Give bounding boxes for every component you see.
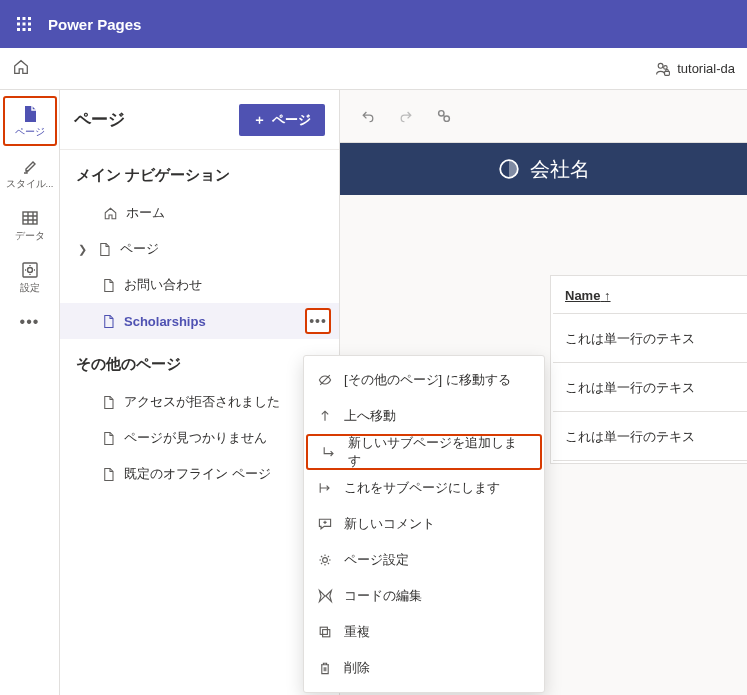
table-row[interactable]: これは単一行のテキス [553,316,747,363]
arrow-up-icon [316,408,334,424]
panel-title: ページ [74,108,125,131]
ctx-new-comment[interactable]: 新しいコメント [304,506,544,542]
rail-settings[interactable]: 設定 [3,252,57,302]
svg-rect-1 [23,17,26,20]
page-icon [100,278,116,293]
page-icon [100,467,116,482]
svg-rect-5 [28,23,31,26]
svg-point-10 [664,65,668,69]
left-rail: ページ スタイル... データ 設定 ••• [0,90,60,695]
subpage-add-icon [320,444,338,460]
section-main-nav: メイン ナビゲーション [60,150,339,195]
duplicate-icon [316,624,334,640]
preview-header: 会社名 [340,143,747,195]
svg-rect-20 [323,630,330,637]
add-page-button[interactable]: ＋ ページ [239,104,325,136]
svg-rect-8 [28,28,31,31]
ctx-edit-code[interactable]: コードの編集 [304,578,544,614]
rail-more[interactable]: ••• [3,304,57,340]
logo-icon [498,158,520,180]
ctx-duplicate[interactable]: 重複 [304,614,544,650]
plus-icon: ＋ [253,111,266,129]
column-name[interactable]: Name ↑ [553,278,747,314]
chevron-right-icon: ❯ [76,243,88,256]
tree-home[interactable]: ホーム [60,195,339,231]
trash-icon [316,660,334,676]
ctx-add-subpage[interactable]: 新しいサブページを追加します [306,434,542,470]
page-icon [100,431,116,446]
ctx-move-other[interactable]: [その他のページ] に移動する [304,362,544,398]
rail-styles[interactable]: スタイル... [3,148,57,198]
sort-up-icon: ↑ [604,288,611,303]
page-context-menu: [その他のページ] に移動する 上へ移動 新しいサブページを追加します これをサ… [303,355,545,693]
environment-picker[interactable]: tutorial-da [655,61,735,77]
code-icon [316,588,334,604]
svg-point-9 [658,63,663,68]
comment-icon [316,516,334,532]
brand-title: Power Pages [48,16,141,33]
app-launcher[interactable] [8,8,40,40]
svg-rect-19 [320,627,327,634]
ctx-make-subpage[interactable]: これをサブページにします [304,470,544,506]
page-icon [96,242,112,257]
svg-point-18 [323,558,328,563]
section-other-pages: その他のページ [60,339,339,384]
eye-off-icon [316,372,334,388]
environment-label: tutorial-da [677,61,735,76]
home-icon [102,206,118,221]
tree-contact[interactable]: お問い合わせ [60,267,339,303]
link-button[interactable] [434,106,454,126]
table-row[interactable]: これは単一行のテキス [553,365,747,412]
tree-not-found[interactable]: ページが見つかりません [60,420,339,456]
svg-rect-7 [23,28,26,31]
pages-panel: ページ ＋ ページ メイン ナビゲーション ホーム ❯ ページ お問い合わせ [60,90,340,695]
svg-rect-3 [17,23,20,26]
ctx-delete[interactable]: 削除 [304,650,544,686]
svg-rect-11 [665,71,670,75]
page-more-button[interactable]: ••• [305,308,331,334]
tree-offline[interactable]: 既定のオフライン ページ [60,456,339,492]
tree-access-denied[interactable]: アクセスが拒否されました [60,384,339,420]
indent-icon [316,480,334,496]
svg-rect-6 [17,28,20,31]
undo-button[interactable] [358,106,378,126]
svg-rect-0 [17,17,20,20]
tree-scholarships[interactable]: Scholarships ••• [60,303,339,339]
page-icon [100,395,116,410]
svg-rect-12 [23,212,37,224]
redo-button[interactable] [396,106,416,126]
svg-rect-2 [28,17,31,20]
svg-rect-4 [23,23,26,26]
gear-icon [316,552,334,568]
preview-table: Name ↑ これは単一行のテキス これは単一行のテキス これは単一行のテキス [550,275,747,464]
page-icon [100,314,116,329]
rail-pages[interactable]: ページ [3,96,57,146]
svg-point-14 [27,267,32,272]
tree-pages[interactable]: ❯ ページ [60,231,339,267]
table-row[interactable]: これは単一行のテキス [553,414,747,461]
ctx-move-up[interactable]: 上へ移動 [304,398,544,434]
rail-data[interactable]: データ [3,200,57,250]
ctx-page-settings[interactable]: ページ設定 [304,542,544,578]
home-button[interactable] [12,58,30,79]
